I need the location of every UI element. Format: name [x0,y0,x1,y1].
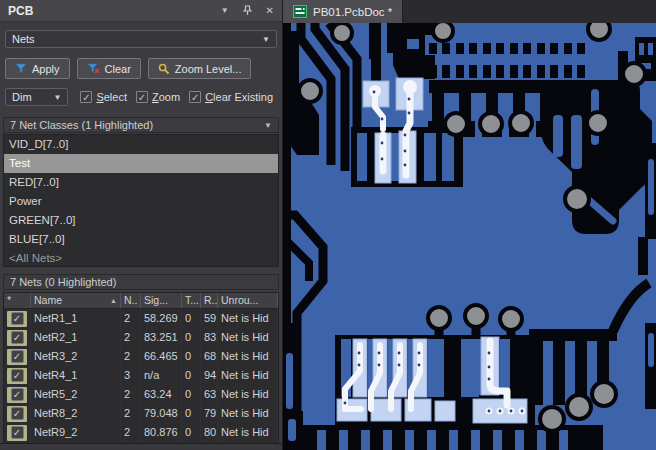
funnel-clear-icon [87,63,100,74]
panel-mode-select[interactable]: Nets ▼ [5,30,277,48]
zoom-checkbox[interactable]: ✓ Zoom [136,91,180,103]
table-row[interactable]: ✓ NetR8_2 2 79.048 0 79. Net is Hid [4,404,278,423]
table-row[interactable]: ✓ NetR1_1 2 58.269 0 59 Net is Hid [4,309,278,328]
document-area: PB01.PcbDoc * [283,0,656,450]
table-row[interactable]: ✓ NetR2_1 2 83.251 0 83. Net is Hid [4,328,278,347]
check-icon: ✓ [11,426,24,439]
check-icon: ✓ [11,407,24,420]
nets-table: * Name ▲ N.. Sig... T... R... Unrou... ✓… [3,292,279,444]
net-class-item[interactable]: VID_D[7..0] [4,135,278,154]
panel-close-icon[interactable]: ✕ [266,6,274,16]
check-icon: ✓ [11,350,24,363]
checkbox-icon: ✓ [80,91,92,103]
row-checkbox[interactable]: ✓ [7,425,27,441]
table-row[interactable]: ✓ NetR4_1 3 n/a 0 94. Net is Hid [4,366,278,385]
net-classes-section-header[interactable]: 7 Net Classes (1 Highlighted) ▼ [3,117,279,133]
row-checkbox[interactable]: ✓ [7,311,27,327]
nets-section-header[interactable]: 7 Nets (0 Highlighted) [3,274,279,290]
dim-options-row: Dim ▼ ✓ Select ✓ Zoom ✓ Clear Existing [5,88,282,106]
select-checkbox[interactable]: ✓ Select [80,91,127,103]
panel-pin-icon[interactable] [243,5,252,16]
chevron-down-icon: ▼ [262,35,270,44]
funnel-icon [15,63,27,74]
net-class-item[interactable]: BLUE[7..0] [4,230,278,249]
apply-button[interactable]: Apply [5,58,70,79]
pcbdoc-icon [293,5,307,18]
check-icon: ✓ [11,331,24,344]
chevron-down-icon: ▼ [264,121,272,130]
dim-select[interactable]: Dim ▼ [5,88,68,106]
sort-ascending-icon: ▲ [110,293,117,308]
magnifier-icon [158,63,170,75]
row-checkbox[interactable]: ✓ [7,387,27,403]
column-header-star[interactable]: * [4,293,31,308]
row-checkbox[interactable]: ✓ [7,406,27,422]
net-class-item-selected[interactable]: Test [4,154,278,173]
dim-value: Dim [12,91,32,103]
row-checkbox[interactable]: ✓ [7,368,27,384]
panel-mode-value: Nets [12,33,35,45]
check-icon: ✓ [11,388,24,401]
clear-existing-checkbox[interactable]: ✓ Clear Existing [189,91,273,103]
net-classes-list: VID_D[7..0] Test RED[7..0] Power GREEN[7… [3,134,279,267]
pcb-editor-viewport [283,23,656,450]
zoom-level-button[interactable]: Zoom Level... [148,58,252,79]
checkbox-icon: ✓ [189,91,201,103]
tab-label: PB01.PcbDoc * [313,6,392,18]
table-row[interactable]: ✓ NetR5_2 2 63.24 0 63. Net is Hid [4,385,278,404]
net-class-item[interactable]: GREEN[7..0] [4,211,278,230]
chevron-down-icon: ▼ [53,93,61,102]
nets-table-header: * Name ▲ N.. Sig... T... R... Unrou... [4,293,278,309]
check-icon: ✓ [11,312,24,325]
panel-dropdown-icon[interactable]: ▼ [221,7,229,15]
table-row[interactable]: ✓ NetR9_2 2 80.876 0 80. Net is Hid [4,423,278,442]
column-header-r[interactable]: R... [201,293,218,308]
net-class-item-all-nets[interactable]: <All Nets> [4,249,278,267]
pcb-canvas[interactable] [283,23,656,450]
panel-header: PCB ▼ ✕ [0,0,282,22]
panel-bottom-splitter[interactable] [0,443,282,450]
row-checkbox[interactable]: ✓ [7,330,27,346]
panel-title: PCB [8,4,33,18]
document-tab-bar: PB01.PcbDoc * [283,0,656,23]
column-header-name[interactable]: Name ▲ [31,293,121,308]
tab-pcbdoc[interactable]: PB01.PcbDoc * [283,0,403,23]
table-row[interactable]: ✓ NetR3_2 2 66.465 0 68. Net is Hid [4,347,278,366]
toolbar: Apply Clear Zoom Level... [5,58,282,79]
column-header-signal[interactable]: Sig... [141,293,182,308]
checkbox-icon: ✓ [136,91,148,103]
check-icon: ✓ [11,369,24,382]
clear-button[interactable]: Clear [77,58,141,79]
net-class-item[interactable]: Power [4,192,278,211]
net-class-item[interactable]: RED[7..0] [4,173,278,192]
row-checkbox[interactable]: ✓ [7,349,27,365]
column-header-nodes[interactable]: N.. [121,293,141,308]
column-header-unrouted[interactable]: Unrou... [218,293,278,308]
pcb-panel: PCB ▼ ✕ Nets ▼ Apply [0,0,283,450]
column-header-t[interactable]: T... [182,293,201,308]
